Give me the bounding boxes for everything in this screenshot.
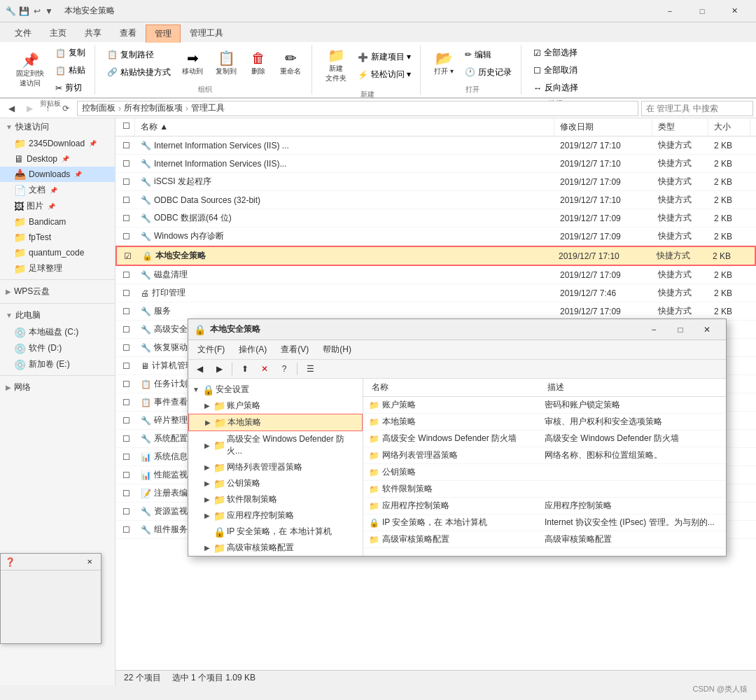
tree-item-pubkey[interactable]: ▶ 📁 公钥策略: [188, 475, 363, 491]
list-item[interactable]: 📁高级安全 Windows Defender 防火墙 高级安全 Windows …: [363, 430, 726, 447]
cut-button[interactable]: ✂ 剪切: [52, 80, 89, 96]
sidebar-header-quickaccess[interactable]: ▼ 快速访问: [0, 118, 115, 136]
col-header-date[interactable]: 修改日期: [554, 118, 652, 136]
select-all-button[interactable]: ☑ 全部选择: [530, 45, 582, 61]
sidebar-item-2345download[interactable]: 📁 2345Download 📌: [0, 136, 115, 151]
row-check[interactable]: ☐: [121, 360, 135, 372]
row-check[interactable]: ☐: [121, 176, 135, 188]
list-item[interactable]: 📁应用程序控制策略 应用程序控制策略: [363, 498, 726, 514]
copy-to-button[interactable]: 📋 复制到: [211, 48, 241, 80]
row-check[interactable]: ☐: [121, 524, 135, 536]
sidebar-item-quantum[interactable]: 📁 quantum_code: [0, 245, 115, 260]
row-check[interactable]: ☐: [121, 396, 135, 409]
sidebar-header-thispc[interactable]: ▼ 此电脑: [0, 307, 115, 324]
back-button[interactable]: ◀: [3, 100, 20, 117]
tree-item-applocker[interactable]: ▶ 📁 应用程序控制策略: [188, 507, 363, 524]
sidebar-item-cdrive[interactable]: 💿 本地磁盘 (C:): [0, 324, 115, 340]
menu-help[interactable]: 帮助(H): [316, 342, 358, 358]
new-folder-button[interactable]: 📁 新建文件夹: [321, 45, 351, 87]
col-desc-header[interactable]: 描述: [545, 380, 720, 395]
list-item[interactable]: 📁网络列表管理器策略 网络名称、图标和位置组策略。: [363, 447, 726, 464]
copy-path-button[interactable]: 📋 复制路径: [104, 47, 174, 63]
sidebar-header-network[interactable]: ▶ 网络: [0, 379, 115, 396]
search-input[interactable]: [641, 101, 753, 116]
tab-tools[interactable]: 管理工具: [181, 24, 232, 42]
toolbar-delete[interactable]: ✕: [256, 361, 273, 377]
table-row-selected[interactable]: ☑ 🔒本地安全策略 2019/12/7 17:10 快捷方式 2 KB: [115, 246, 756, 266]
minimize-button[interactable]: −: [654, 0, 686, 22]
col-header-name[interactable]: 名称 ▲: [135, 118, 554, 136]
sidebar-item-pictures[interactable]: 🖼 图片 📌: [0, 198, 115, 214]
paste-shortcut-button[interactable]: 🔗 粘贴快捷方式: [104, 64, 174, 80]
tree-item-ipsec[interactable]: 🔒 IP 安全策略，在 本地计算机: [188, 524, 363, 540]
sidebar-item-bandicam[interactable]: 📁 Bandicam: [0, 214, 115, 230]
row-check[interactable]: ☐: [121, 230, 135, 243]
table-row[interactable]: ☐ 🔧ODBC Data Sources (32-bit) 2019/12/7 …: [115, 191, 756, 209]
col-name-header[interactable]: 名称: [369, 380, 545, 395]
modal-minimize-button[interactable]: −: [640, 321, 667, 338]
address-path[interactable]: 控制面板 › 所有控制面板项 › 管理工具: [77, 101, 638, 116]
table-row[interactable]: ☐ 🔧Internet Information Services (IIS) .…: [115, 136, 756, 155]
tree-item-advanced-audit[interactable]: ▶ 📁 高级审核策略配置: [188, 540, 363, 556]
row-check[interactable]: ☐: [121, 505, 135, 518]
row-check[interactable]: ☐: [121, 158, 135, 170]
list-item[interactable]: 📁账户策略 密码和账户锁定策略: [363, 397, 726, 414]
forward-button[interactable]: ▶: [21, 100, 38, 117]
tree-item-advanced-security[interactable]: ▶ 📁 高级安全 Windows Defender 防火...: [188, 431, 363, 459]
tab-home[interactable]: 主页: [41, 24, 76, 42]
sidebar-item-fptest[interactable]: 📁 fpTest: [0, 230, 115, 245]
table-row[interactable]: ☐ 🔧磁盘清理 2019/12/7 17:09 快捷方式 2 KB: [115, 266, 756, 284]
open-button[interactable]: 📂 打开 ▾: [429, 48, 458, 80]
sidebar-item-downloads[interactable]: 📥 Downloads 📌: [0, 167, 115, 182]
table-row[interactable]: ☐ 🔧ODBC 数据源(64 位) 2019/12/7 17:09 快捷方式 2…: [115, 209, 756, 227]
tab-file[interactable]: 文件: [6, 24, 41, 42]
sidebar-item-ddrive[interactable]: 💿 软件 (D:): [0, 340, 115, 356]
tree-item-software[interactable]: ▶ 📁 软件限制策略: [188, 491, 363, 507]
sidebar-item-edrive[interactable]: 💿 新加卷 (E:): [0, 356, 115, 372]
sidebar-header-wps[interactable]: ▶ WPS云盘: [0, 283, 115, 300]
list-item[interactable]: 📁本地策略 审核、用户权利和安全选项策略: [363, 414, 726, 430]
list-item[interactable]: 📁软件限制策略: [363, 481, 726, 498]
sidebar-item-documents[interactable]: 📄 文档 📌: [0, 182, 115, 198]
easy-access-button[interactable]: ⚡ 轻松访问 ▾: [354, 66, 414, 83]
row-check[interactable]: ☐: [121, 487, 135, 500]
pin-to-quickaccess-button[interactable]: 📌 固定到快速访问: [11, 50, 49, 92]
row-check[interactable]: ☐: [121, 433, 135, 445]
copy-button[interactable]: 📋 复制: [52, 45, 89, 61]
toolbar-help[interactable]: ?: [276, 361, 293, 377]
row-check[interactable]: ☐: [121, 378, 135, 391]
menu-file[interactable]: 文件(F): [191, 342, 231, 358]
tree-item-network-list[interactable]: ▶ 📁 网络列表管理器策略: [188, 459, 363, 475]
row-check[interactable]: ☐: [121, 287, 135, 300]
row-check[interactable]: ☐: [121, 323, 135, 336]
list-item[interactable]: 📁公钥策略: [363, 464, 726, 481]
table-row[interactable]: ☐ 🔧iSCSI 发起程序 2019/12/7 17:09 快捷方式 2 KB: [115, 173, 756, 191]
menu-view[interactable]: 查看(V): [274, 342, 315, 358]
paste-button[interactable]: 📋 粘贴: [52, 62, 89, 78]
col-header-check[interactable]: ☐: [121, 118, 135, 136]
dropdown-icon[interactable]: ▼: [45, 6, 53, 16]
sidebar-item-desktop[interactable]: 🖥 Desktop 📌: [0, 151, 115, 167]
tab-view[interactable]: 查看: [111, 24, 146, 42]
toolbar-up[interactable]: ⬆: [237, 361, 253, 377]
toolbar-back[interactable]: ◀: [191, 361, 208, 377]
maximize-button[interactable]: □: [686, 0, 718, 22]
list-item[interactable]: 🔒IP 安全策略，在 本地计算机 Internet 协议安全性 (IPsec) …: [363, 514, 726, 531]
row-check[interactable]: ☐: [121, 342, 135, 354]
row-check[interactable]: ☑: [122, 250, 136, 262]
tab-manage[interactable]: 管理: [146, 24, 181, 43]
row-check[interactable]: ☐: [121, 212, 135, 225]
deselect-all-button[interactable]: ☐ 全部取消: [530, 62, 582, 78]
tree-root[interactable]: ▼ 🔒 安全设置: [188, 382, 363, 398]
history-button[interactable]: 🕐 历史记录: [461, 64, 515, 80]
col-header-type[interactable]: 类型: [652, 118, 708, 136]
row-check[interactable]: ☐: [121, 194, 135, 206]
new-item-button[interactable]: ➕ 新建项目 ▾: [354, 49, 414, 65]
row-check[interactable]: ☐: [121, 139, 135, 152]
table-row[interactable]: ☐ 🔧Internet Information Services (IIS)..…: [115, 155, 756, 173]
table-row[interactable]: ☐ 🔧Windows 内存诊断 2019/12/7 17:09 快捷方式 2 K…: [115, 227, 756, 246]
undo-icon[interactable]: ↩: [34, 6, 41, 16]
delete-button[interactable]: 🗑 删除: [244, 48, 272, 80]
sidebar-item-football[interactable]: 📁 足球整理: [0, 260, 115, 276]
edit-button[interactable]: ✏ 编辑: [461, 47, 515, 63]
